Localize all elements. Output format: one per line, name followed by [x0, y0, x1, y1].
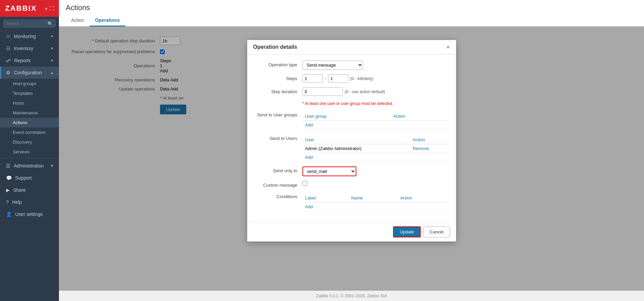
cond-col-name: Name: [349, 194, 397, 202]
modal-overlay: Operation details × Operation type Send …: [59, 27, 644, 291]
modal-body: Operation type Send message Remote comma…: [247, 54, 456, 222]
modal-title: Operation details: [253, 44, 297, 50]
steps-separator: -: [325, 76, 326, 81]
sidebar-label-configuration: Configuration: [14, 70, 47, 75]
share-icon: ▶: [6, 187, 10, 193]
users-table: User Action Admin (Zabbix Administrator)…: [302, 136, 448, 162]
sidebar-label-support: Support: [15, 175, 54, 181]
conditions-table-header: Label Name Action: [302, 194, 448, 202]
chevron-down-icon: ▼: [50, 46, 54, 50]
users-add-link[interactable]: Add: [305, 155, 313, 160]
main-content: Actions Action Operations Default operat…: [59, 0, 644, 301]
modal-label-send-only: Send only to: [255, 166, 302, 173]
reports-icon: ☍: [6, 58, 11, 63]
sidebar-search-wrap: 🔍: [0, 17, 59, 30]
sidebar-item-reports[interactable]: ☍ Reports ▼: [0, 54, 59, 67]
sidebar-item-user-settings[interactable]: 👤 User settings: [0, 208, 59, 220]
modal-row-required-note: * At least one user or user group must b…: [255, 101, 448, 106]
modal-update-button[interactable]: Update: [393, 226, 421, 237]
conditions-add-row: Add: [302, 202, 448, 211]
send-only-select[interactable]: send_mail Email SMS: [302, 166, 356, 176]
sidebar-item-hosts[interactable]: Hosts: [0, 98, 59, 108]
config-icon: ⚙: [6, 70, 10, 75]
sidebar-item-actions[interactable]: Actions: [0, 118, 59, 127]
sidebar-label-reports: Reports: [14, 58, 47, 63]
expand-icon[interactable]: ⛶: [49, 6, 54, 11]
sidebar-item-inventory[interactable]: ☷ Inventory ▼: [0, 42, 59, 54]
modal-header: Operation details ×: [247, 40, 456, 54]
sidebar-item-templates[interactable]: Templates: [0, 88, 59, 98]
sidebar-item-configuration[interactable]: ⚙ Configuration ▲: [0, 67, 59, 79]
custom-message-checkbox[interactable]: [302, 181, 307, 186]
steps-hint: (0 - infinitely): [350, 76, 374, 81]
sidebar-item-monitoring[interactable]: ☉ Monitoring ▼: [0, 30, 59, 42]
help-icon: ?: [6, 199, 9, 205]
cond-col-action: Action: [397, 194, 448, 202]
modal-footer: Update Cancel: [247, 222, 456, 241]
sidebar-item-support[interactable]: 💬 Support: [0, 172, 59, 184]
sidebar-item-help[interactable]: ? Help: [0, 196, 59, 208]
users-add-cell: Add: [302, 153, 448, 162]
modal-row-custom-message: Custom message: [255, 181, 448, 188]
users-add-row: Add: [302, 153, 448, 162]
tabs: Action Operations: [66, 15, 637, 26]
conditions-add-cell: Add: [302, 202, 448, 211]
sidebar-item-administration[interactable]: ☰ Administration ▼: [0, 160, 59, 172]
modal-label-conditions: Conditions: [255, 192, 302, 199]
logo-icons: « ⛶: [45, 6, 54, 11]
sidebar-item-host-groups[interactable]: Host groups: [0, 79, 59, 88]
chevron-down-icon: ▼: [50, 164, 54, 168]
chevron-down-icon: ▼: [50, 34, 54, 38]
operation-type-select[interactable]: Send message Remote command: [302, 61, 363, 70]
modal-label-steps: Steps: [255, 74, 302, 81]
cond-col-label: Label: [302, 194, 349, 202]
chevron-down-icon: ▼: [50, 59, 54, 63]
modal-row-users: Send to Users User Action: [255, 134, 448, 162]
modal-control-user-groups: User group Action Add: [302, 111, 448, 129]
logo-text: ZABBIX: [5, 4, 37, 13]
user-groups-table: User group Action Add: [302, 112, 448, 129]
tab-action[interactable]: Action: [66, 15, 90, 27]
modal-label-custom-message: Custom message: [255, 181, 302, 188]
modal-close-button[interactable]: ×: [446, 44, 450, 50]
user-groups-add-row: Add: [302, 121, 448, 129]
users-col-action: Action: [410, 136, 448, 144]
user-remove-link[interactable]: Remove: [413, 146, 429, 151]
steps-to-input[interactable]: [328, 74, 348, 83]
modal-row-op-type: Operation type Send message Remote comma…: [255, 61, 448, 70]
search-icon: 🔍: [47, 21, 53, 26]
operation-details-modal: Operation details × Operation type Send …: [247, 40, 456, 241]
user-icon: 👤: [6, 212, 12, 217]
sidebar-item-maintenance[interactable]: Maintenance: [0, 108, 59, 118]
sidebar-item-services[interactable]: Services: [0, 147, 59, 157]
modal-row-conditions: Conditions Label Name Action: [255, 192, 448, 211]
sidebar-item-event-correlation[interactable]: Event correlation: [0, 127, 59, 137]
tab-operations[interactable]: Operations: [90, 15, 125, 27]
sidebar-item-share[interactable]: ▶ Share: [0, 184, 59, 196]
ug-add-cell: Add: [302, 121, 448, 129]
steps-from-input[interactable]: [302, 74, 323, 83]
modal-cancel-button[interactable]: Cancel: [423, 226, 450, 237]
modal-row-send-only: Send only to send_mail Email SMS: [255, 166, 448, 176]
sidebar-item-discovery[interactable]: Discovery: [0, 137, 59, 147]
modal-control-users: User Action Admin (Zabbix Administrator)…: [302, 134, 448, 162]
conditions-add-link[interactable]: Add: [305, 204, 313, 209]
sidebar-label-inventory: Inventory: [14, 46, 47, 51]
sidebar-label-user-settings: User settings: [15, 212, 54, 217]
user-groups-table-header: User group Action: [302, 112, 448, 121]
step-duration-input[interactable]: [302, 87, 343, 96]
ug-col-group: User group: [302, 112, 391, 121]
user-groups-add-link[interactable]: Add: [305, 122, 313, 127]
modal-label-user-groups: Send to User groups: [255, 111, 302, 117]
page-title: Actions: [66, 3, 637, 12]
modal-label-step-duration: Step duration: [255, 87, 302, 94]
page-body: Default operation step duration Pause op…: [59, 27, 644, 291]
users-col-user: User: [302, 136, 410, 144]
modal-control-steps: - (0 - infinitely): [302, 74, 448, 83]
users-table-row: Admin (Zabbix Administrator) Remove: [302, 144, 448, 153]
modal-control-conditions: Label Name Action Add: [302, 192, 448, 211]
collapse-icon[interactable]: «: [45, 6, 47, 11]
modal-label-spacer: [255, 101, 302, 102]
support-icon: 💬: [6, 175, 12, 181]
inventory-icon: ☷: [6, 46, 10, 51]
